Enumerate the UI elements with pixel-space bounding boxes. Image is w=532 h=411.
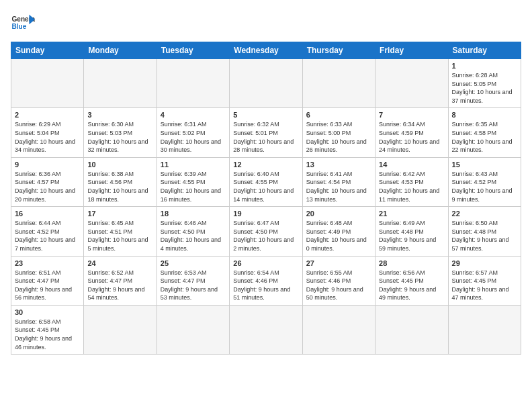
calendar-cell: 2Sunrise: 6:29 AM Sunset: 5:04 PM Daylig… bbox=[11, 108, 84, 157]
logo: General Blue bbox=[11, 11, 35, 35]
day-number: 16 bbox=[15, 210, 80, 218]
day-header-thursday: Thursday bbox=[302, 42, 375, 59]
day-info: Sunrise: 6:32 AM Sunset: 5:01 PM Dayligh… bbox=[233, 120, 298, 154]
day-number: 5 bbox=[233, 111, 298, 119]
calendar-cell: 4Sunrise: 6:31 AM Sunset: 5:02 PM Daylig… bbox=[157, 108, 229, 157]
day-info: Sunrise: 6:34 AM Sunset: 4:59 PM Dayligh… bbox=[379, 120, 444, 154]
calendar-cell: 29Sunrise: 6:57 AM Sunset: 4:45 PM Dayli… bbox=[448, 256, 521, 305]
day-info: Sunrise: 6:48 AM Sunset: 4:49 PM Dayligh… bbox=[306, 219, 371, 253]
calendar-cell: 12Sunrise: 6:40 AM Sunset: 4:55 PM Dayli… bbox=[230, 157, 302, 206]
day-number: 18 bbox=[161, 210, 226, 218]
day-number: 11 bbox=[161, 161, 226, 169]
day-number: 23 bbox=[15, 259, 80, 267]
day-number: 29 bbox=[452, 259, 517, 267]
calendar-cell bbox=[230, 59, 302, 108]
calendar-cell: 28Sunrise: 6:56 AM Sunset: 4:45 PM Dayli… bbox=[375, 256, 448, 305]
calendar-cell bbox=[302, 305, 375, 354]
day-info: Sunrise: 6:33 AM Sunset: 5:00 PM Dayligh… bbox=[306, 120, 371, 154]
day-info: Sunrise: 6:36 AM Sunset: 4:57 PM Dayligh… bbox=[15, 170, 80, 203]
calendar-cell: 11Sunrise: 6:39 AM Sunset: 4:55 PM Dayli… bbox=[157, 157, 229, 206]
day-info: Sunrise: 6:52 AM Sunset: 4:47 PM Dayligh… bbox=[87, 269, 152, 302]
calendar-cell bbox=[375, 305, 448, 354]
logo-icon: General Blue bbox=[11, 11, 35, 35]
day-info: Sunrise: 6:54 AM Sunset: 4:46 PM Dayligh… bbox=[233, 269, 298, 302]
calendar-week-5: 23Sunrise: 6:51 AM Sunset: 4:47 PM Dayli… bbox=[11, 256, 521, 305]
day-info: Sunrise: 6:30 AM Sunset: 5:03 PM Dayligh… bbox=[87, 120, 152, 154]
day-info: Sunrise: 6:42 AM Sunset: 4:53 PM Dayligh… bbox=[379, 170, 444, 203]
calendar-cell bbox=[157, 59, 229, 108]
calendar-cell: 6Sunrise: 6:33 AM Sunset: 5:00 PM Daylig… bbox=[302, 108, 375, 157]
day-info: Sunrise: 6:38 AM Sunset: 4:56 PM Dayligh… bbox=[87, 170, 152, 203]
day-header-monday: Monday bbox=[84, 42, 157, 59]
calendar-week-4: 16Sunrise: 6:44 AM Sunset: 4:52 PM Dayli… bbox=[11, 207, 521, 256]
calendar-header-row: SundayMondayTuesdayWednesdayThursdayFrid… bbox=[11, 42, 521, 59]
day-number: 7 bbox=[379, 111, 444, 119]
calendar-cell: 16Sunrise: 6:44 AM Sunset: 4:52 PM Dayli… bbox=[11, 207, 84, 256]
day-number: 15 bbox=[452, 161, 517, 169]
day-info: Sunrise: 6:35 AM Sunset: 4:58 PM Dayligh… bbox=[452, 120, 517, 154]
calendar-week-1: 1Sunrise: 6:28 AM Sunset: 5:05 PM Daylig… bbox=[11, 59, 521, 108]
day-number: 25 bbox=[161, 259, 226, 267]
day-info: Sunrise: 6:44 AM Sunset: 4:52 PM Dayligh… bbox=[15, 219, 80, 253]
day-info: Sunrise: 6:50 AM Sunset: 4:48 PM Dayligh… bbox=[452, 219, 517, 253]
calendar-cell: 26Sunrise: 6:54 AM Sunset: 4:46 PM Dayli… bbox=[230, 256, 302, 305]
calendar-cell: 22Sunrise: 6:50 AM Sunset: 4:48 PM Dayli… bbox=[448, 207, 521, 256]
calendar-cell bbox=[302, 59, 375, 108]
day-number: 28 bbox=[379, 259, 444, 267]
calendar-week-2: 2Sunrise: 6:29 AM Sunset: 5:04 PM Daylig… bbox=[11, 108, 521, 157]
calendar-cell: 23Sunrise: 6:51 AM Sunset: 4:47 PM Dayli… bbox=[11, 256, 84, 305]
day-number: 3 bbox=[87, 111, 152, 119]
calendar-cell: 20Sunrise: 6:48 AM Sunset: 4:49 PM Dayli… bbox=[302, 207, 375, 256]
day-info: Sunrise: 6:58 AM Sunset: 4:45 PM Dayligh… bbox=[15, 318, 80, 351]
calendar-cell bbox=[84, 59, 157, 108]
day-number: 1 bbox=[452, 62, 517, 70]
day-number: 2 bbox=[15, 111, 80, 119]
calendar-cell: 21Sunrise: 6:49 AM Sunset: 4:48 PM Dayli… bbox=[375, 207, 448, 256]
day-number: 30 bbox=[15, 308, 80, 316]
calendar-cell bbox=[375, 59, 448, 108]
calendar-cell: 14Sunrise: 6:42 AM Sunset: 4:53 PM Dayli… bbox=[375, 157, 448, 206]
day-header-friday: Friday bbox=[375, 42, 448, 59]
calendar-cell bbox=[157, 305, 229, 354]
day-number: 19 bbox=[233, 210, 298, 218]
day-number: 14 bbox=[379, 161, 444, 169]
day-info: Sunrise: 6:55 AM Sunset: 4:46 PM Dayligh… bbox=[306, 269, 371, 302]
day-number: 20 bbox=[306, 210, 371, 218]
day-number: 21 bbox=[379, 210, 444, 218]
calendar-cell: 10Sunrise: 6:38 AM Sunset: 4:56 PM Dayli… bbox=[84, 157, 157, 206]
svg-text:Blue: Blue bbox=[11, 23, 26, 30]
day-info: Sunrise: 6:57 AM Sunset: 4:45 PM Dayligh… bbox=[452, 269, 517, 302]
day-number: 12 bbox=[233, 161, 298, 169]
day-info: Sunrise: 6:31 AM Sunset: 5:02 PM Dayligh… bbox=[161, 120, 226, 154]
calendar-cell bbox=[448, 305, 521, 354]
day-info: Sunrise: 6:43 AM Sunset: 4:52 PM Dayligh… bbox=[452, 170, 517, 203]
calendar-cell: 30Sunrise: 6:58 AM Sunset: 4:45 PM Dayli… bbox=[11, 305, 84, 354]
calendar-cell bbox=[84, 305, 157, 354]
calendar-cell: 5Sunrise: 6:32 AM Sunset: 5:01 PM Daylig… bbox=[230, 108, 302, 157]
day-info: Sunrise: 6:29 AM Sunset: 5:04 PM Dayligh… bbox=[15, 120, 80, 154]
day-info: Sunrise: 6:40 AM Sunset: 4:55 PM Dayligh… bbox=[233, 170, 298, 203]
calendar-cell: 24Sunrise: 6:52 AM Sunset: 4:47 PM Dayli… bbox=[84, 256, 157, 305]
calendar-cell: 15Sunrise: 6:43 AM Sunset: 4:52 PM Dayli… bbox=[448, 157, 521, 206]
calendar-cell: 7Sunrise: 6:34 AM Sunset: 4:59 PM Daylig… bbox=[375, 108, 448, 157]
day-info: Sunrise: 6:56 AM Sunset: 4:45 PM Dayligh… bbox=[379, 269, 444, 302]
calendar-cell: 27Sunrise: 6:55 AM Sunset: 4:46 PM Dayli… bbox=[302, 256, 375, 305]
calendar-cell bbox=[230, 305, 302, 354]
day-header-tuesday: Tuesday bbox=[157, 42, 229, 59]
day-number: 24 bbox=[87, 259, 152, 267]
day-header-saturday: Saturday bbox=[448, 42, 521, 59]
day-header-wednesday: Wednesday bbox=[230, 42, 302, 59]
day-info: Sunrise: 6:39 AM Sunset: 4:55 PM Dayligh… bbox=[161, 170, 226, 203]
day-number: 8 bbox=[452, 111, 517, 119]
day-number: 9 bbox=[15, 161, 80, 169]
calendar-week-6: 30Sunrise: 6:58 AM Sunset: 4:45 PM Dayli… bbox=[11, 305, 521, 354]
day-number: 27 bbox=[306, 259, 371, 267]
day-info: Sunrise: 6:47 AM Sunset: 4:50 PM Dayligh… bbox=[233, 219, 298, 253]
calendar-cell: 25Sunrise: 6:53 AM Sunset: 4:47 PM Dayli… bbox=[157, 256, 229, 305]
calendar-cell: 9Sunrise: 6:36 AM Sunset: 4:57 PM Daylig… bbox=[11, 157, 84, 206]
day-info: Sunrise: 6:41 AM Sunset: 4:54 PM Dayligh… bbox=[306, 170, 371, 203]
day-info: Sunrise: 6:46 AM Sunset: 4:50 PM Dayligh… bbox=[161, 219, 226, 253]
calendar-cell: 1Sunrise: 6:28 AM Sunset: 5:05 PM Daylig… bbox=[448, 59, 521, 108]
calendar-table: SundayMondayTuesdayWednesdayThursdayFrid… bbox=[11, 42, 521, 355]
calendar-cell: 17Sunrise: 6:45 AM Sunset: 4:51 PM Dayli… bbox=[84, 207, 157, 256]
